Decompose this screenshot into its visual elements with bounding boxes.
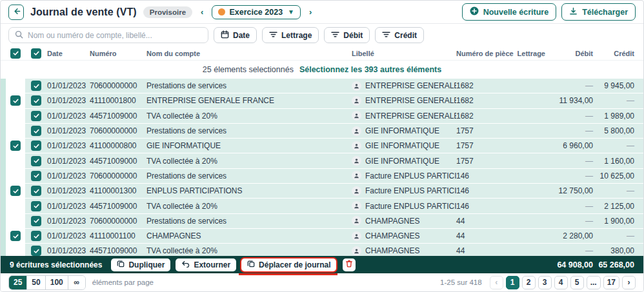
row-checkbox[interactable] bbox=[31, 95, 41, 106]
table-row: 01/01/2023 70600000000 Prestations de se… bbox=[1, 169, 643, 183]
page-size-25[interactable]: 25 bbox=[9, 276, 27, 289]
cell-piece: 146 bbox=[456, 202, 514, 211]
page-size-100[interactable]: 100 bbox=[46, 276, 68, 289]
page-button-17[interactable]: 17 bbox=[603, 276, 619, 289]
select-all-groups-checkbox[interactable] bbox=[10, 48, 21, 59]
table-body: 01/01/2023 70600000000 Prestations de se… bbox=[1, 79, 643, 256]
filter-debit-button[interactable]: Débit bbox=[324, 27, 370, 43]
chevron-left-icon[interactable]: ‹ bbox=[199, 7, 205, 17]
filter-lettrage-button[interactable]: Lettrage bbox=[262, 27, 319, 43]
entry-group-checkbox[interactable] bbox=[10, 141, 21, 151]
entry-row[interactable]: 01/01/2023 44571009000 TVA collectée à 2… bbox=[25, 109, 643, 123]
page-button-1[interactable]: 1 bbox=[506, 276, 519, 289]
row-checkbox[interactable] bbox=[31, 156, 41, 166]
table-row: 01/01/2023 41110001800 ENTREPRISE GENERA… bbox=[1, 93, 643, 108]
cell-numero: 70600000000 bbox=[90, 217, 146, 226]
back-button[interactable] bbox=[8, 5, 24, 20]
column-header-debit[interactable]: Débit bbox=[545, 50, 593, 57]
page-ellipsis[interactable]: ... bbox=[587, 276, 601, 289]
filter-credit-button[interactable]: Crédit bbox=[375, 27, 424, 43]
row-checkbox[interactable] bbox=[31, 141, 41, 151]
entry-row[interactable]: 01/01/2023 44571009000 TVA collectée à 2… bbox=[25, 153, 643, 168]
page-size-infinite[interactable]: ∞ bbox=[68, 276, 85, 289]
page-button-5[interactable]: 5 bbox=[570, 276, 584, 289]
entry-row[interactable]: 01/01/2023 70600000000 Prestations de se… bbox=[25, 79, 643, 93]
cell-nom-du-compte: TVA collectée à 20% bbox=[146, 246, 345, 255]
duplicate-button[interactable]: Dupliquer bbox=[111, 258, 170, 271]
cell-libelle: GIE INFORMATIQUE bbox=[345, 126, 456, 136]
prev-page-button[interactable]: ‹ bbox=[490, 276, 503, 289]
cell-numero: 70600000000 bbox=[90, 81, 146, 90]
row-gutter bbox=[1, 124, 6, 138]
entry-row[interactable]: 01/01/2023 70600000000 Prestations de se… bbox=[25, 124, 643, 138]
row-checkbox[interactable] bbox=[31, 186, 41, 196]
entry-row[interactable]: 01/01/2023 41100000800 GIE INFORMATIQUE … bbox=[25, 139, 643, 153]
row-checkbox[interactable] bbox=[31, 201, 41, 211]
table-row: 01/01/2023 44571009000 TVA collectée à 2… bbox=[1, 244, 643, 256]
entry-row[interactable]: 01/01/2023 44571009000 TVA collectée à 2… bbox=[25, 199, 643, 213]
cell-libelle-text: GIE INFORMATIQUE bbox=[365, 141, 439, 150]
cell-credit: 2 125,00 bbox=[593, 202, 634, 211]
entry-row[interactable]: 01/01/2023 70600000000 Prestations de se… bbox=[25, 214, 643, 228]
entry-group-checkbox[interactable] bbox=[10, 95, 21, 106]
page-size-50[interactable]: 50 bbox=[27, 276, 45, 289]
search-box[interactable] bbox=[8, 27, 208, 43]
cell-libelle-text: ENTREPRISE GENERALE FR... bbox=[365, 112, 456, 121]
cell-credit: 1 160,00 bbox=[593, 157, 634, 166]
cell-libelle-text: GIE INFORMATIQUE bbox=[365, 157, 439, 166]
cell-credit: 10 625,00 bbox=[593, 171, 634, 180]
table-row: 01/01/2023 41100000800 GIE INFORMATIQUE … bbox=[1, 139, 643, 153]
entry-group-checkbox[interactable] bbox=[10, 186, 21, 196]
page-button-2[interactable]: 2 bbox=[522, 276, 536, 289]
entry-row[interactable]: 01/01/2023 70600000000 Prestations de se… bbox=[25, 169, 643, 183]
next-page-button[interactable]: › bbox=[622, 276, 636, 289]
delete-button[interactable] bbox=[343, 258, 356, 271]
select-all-others-link[interactable]: Sélectionnez les 393 autres éléments bbox=[299, 65, 441, 74]
filter-row: Date Lettrage Débit Crédit bbox=[1, 24, 643, 45]
cell-debit: 11 934,00 bbox=[545, 96, 593, 105]
cell-nom-du-compte: ENTREPRISE GENERALE FRANCE bbox=[146, 96, 345, 105]
row-checkbox[interactable] bbox=[31, 171, 41, 181]
search-icon bbox=[15, 30, 23, 41]
search-input[interactable] bbox=[28, 31, 202, 40]
column-header-lettrage[interactable]: Lettrage bbox=[514, 50, 545, 57]
column-header-numero[interactable]: Numéro bbox=[90, 50, 146, 57]
cell-debit: — bbox=[545, 246, 593, 255]
row-checkbox[interactable] bbox=[31, 111, 41, 121]
column-header-compte[interactable]: Nom du compte bbox=[146, 50, 345, 57]
move-journal-button[interactable]: Déplacer de journal bbox=[241, 258, 336, 271]
cell-nom-du-compte: ENPLUS PARTICIPATIONS bbox=[146, 186, 345, 195]
entry-group-checkbox[interactable] bbox=[10, 231, 21, 241]
cell-numero: 44571009000 bbox=[90, 202, 146, 211]
cell-date: 01/01/2023 bbox=[47, 171, 90, 180]
cell-numero: 70600000000 bbox=[90, 171, 146, 180]
cell-libelle-text: CHAMPAGNES bbox=[365, 246, 419, 255]
entry-row[interactable]: 01/01/2023 41110001800 ENTREPRISE GENERA… bbox=[25, 93, 643, 108]
download-button[interactable]: Télécharger bbox=[561, 3, 636, 21]
row-checkbox[interactable] bbox=[31, 81, 41, 91]
filter-date-button[interactable]: Date bbox=[214, 27, 257, 43]
cell-nom-du-compte: TVA collectée à 20% bbox=[146, 157, 345, 166]
exercise-selector[interactable]: Exercice 2023 ▼ bbox=[212, 5, 301, 19]
row-checkbox[interactable] bbox=[31, 246, 41, 256]
row-checkbox[interactable] bbox=[31, 231, 41, 241]
page-button-3[interactable]: 3 bbox=[538, 276, 552, 289]
column-header-libelle[interactable]: Libellé bbox=[345, 50, 456, 57]
chevron-right-icon[interactable]: › bbox=[307, 7, 314, 17]
page-button-4[interactable]: 4 bbox=[554, 276, 568, 289]
row-checkbox[interactable] bbox=[31, 216, 41, 226]
column-header-piece[interactable]: Numéro de pièce bbox=[456, 50, 514, 57]
selection-count-text: 25 élements selectionnés bbox=[203, 65, 294, 74]
row-checkbox[interactable] bbox=[31, 126, 41, 136]
column-header-date[interactable]: Date bbox=[47, 50, 90, 57]
new-entry-button[interactable]: Nouvelle écriture bbox=[462, 3, 556, 21]
entry-row[interactable]: 01/01/2023 41100001300 ENPLUS PARTICIPAT… bbox=[25, 184, 643, 198]
entry-row[interactable]: 01/01/2023 41110001100 CHAMPAGNES CHAMPA… bbox=[25, 229, 643, 243]
column-header-credit[interactable]: Crédit bbox=[593, 50, 634, 57]
cell-credit: 9 945,00 bbox=[593, 81, 634, 90]
select-all-rows-checkbox[interactable] bbox=[31, 48, 41, 59]
duplicate-icon bbox=[117, 260, 125, 269]
extourner-button[interactable]: Extourner bbox=[176, 258, 236, 271]
entry-row[interactable]: 01/01/2023 44571009000 TVA collectée à 2… bbox=[25, 244, 643, 256]
journal-app: Journal de vente (VT) Provisoire ‹ Exerc… bbox=[0, 0, 644, 292]
